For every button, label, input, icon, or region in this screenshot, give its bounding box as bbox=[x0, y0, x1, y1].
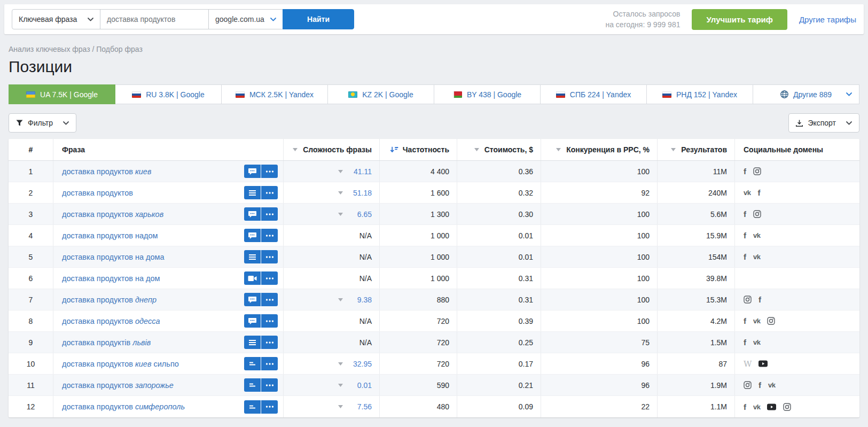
serp-feature-menu-button[interactable] bbox=[244, 250, 261, 263]
difficulty-value[interactable]: 0.01 bbox=[350, 381, 372, 390]
keyword-phrase-link[interactable]: доставка продуктов харьков bbox=[62, 210, 163, 219]
row-menu-button[interactable] bbox=[261, 400, 278, 414]
column-header-ppc[interactable]: Конкуренция в PPC, % bbox=[541, 139, 658, 160]
instagram-icon[interactable] bbox=[783, 403, 791, 411]
youtube-icon[interactable] bbox=[758, 360, 768, 367]
serp-feature-chat-button[interactable] bbox=[244, 293, 261, 306]
difficulty-value[interactable]: 7.56 bbox=[350, 402, 372, 411]
vk-icon[interactable]: vk bbox=[753, 253, 760, 261]
difficulty-expand-icon[interactable] bbox=[338, 191, 343, 195]
row-menu-button[interactable] bbox=[261, 378, 278, 392]
difficulty-value[interactable]: 32.95 bbox=[350, 360, 372, 368]
keyword-phrase-link[interactable]: доставка продуктов киев сильпо bbox=[62, 360, 179, 368]
vk-icon[interactable]: vk bbox=[744, 189, 750, 197]
sort-descending-icon[interactable] bbox=[390, 146, 398, 153]
vk-icon[interactable]: vk bbox=[768, 381, 775, 389]
sort-triangle-icon[interactable] bbox=[671, 148, 676, 151]
keyword-phrase-link[interactable]: доставка продуктов надом bbox=[62, 231, 158, 240]
tab-msk[interactable]: МСК 2.5K | Yandex bbox=[222, 84, 328, 104]
keyword-phrase-link[interactable]: доставка продуктов запорожье bbox=[62, 381, 174, 390]
difficulty-expand-icon[interactable] bbox=[338, 170, 343, 173]
instagram-icon[interactable] bbox=[753, 210, 761, 218]
sort-triangle-icon[interactable] bbox=[556, 148, 561, 151]
serp-feature-video-button[interactable] bbox=[244, 271, 261, 285]
row-menu-button[interactable] bbox=[261, 357, 278, 370]
vk-icon[interactable]: vk bbox=[753, 338, 760, 346]
instagram-icon[interactable] bbox=[767, 317, 775, 325]
serp-feature-menu-button[interactable] bbox=[244, 336, 261, 349]
column-header-difficulty[interactable]: Сложность фразы bbox=[284, 139, 380, 160]
serp-feature-menu-button[interactable] bbox=[244, 186, 261, 199]
keyword-phrase-link[interactable]: доставка продуктов симферополь bbox=[62, 402, 185, 411]
facebook-icon[interactable]: f bbox=[744, 338, 746, 347]
row-menu-button[interactable] bbox=[261, 293, 278, 306]
other-tariffs-link[interactable]: Другие тарифы bbox=[799, 15, 856, 24]
filter-button[interactable]: Фильтр bbox=[9, 113, 76, 133]
youtube-icon[interactable] bbox=[767, 403, 776, 410]
tab-spb[interactable]: СПБ 224 | Yandex bbox=[541, 84, 647, 104]
keyword-phrase-link[interactable]: доставка продуктов на дома bbox=[62, 253, 165, 261]
keyword-phrase-link[interactable]: доставка продуктов днепр bbox=[62, 296, 157, 304]
row-menu-button[interactable] bbox=[261, 229, 278, 242]
difficulty-expand-icon[interactable] bbox=[338, 405, 343, 408]
instagram-icon[interactable] bbox=[744, 296, 752, 304]
row-menu-button[interactable] bbox=[261, 271, 278, 285]
keyword-phrase-link[interactable]: доставка продуктов одесса bbox=[62, 317, 160, 325]
row-menu-button[interactable] bbox=[261, 336, 278, 349]
row-menu-button[interactable] bbox=[261, 165, 278, 178]
keyword-phrase-link[interactable]: доставка продуктов киев bbox=[62, 167, 151, 176]
facebook-icon[interactable]: f bbox=[744, 402, 746, 412]
row-menu-button[interactable] bbox=[261, 186, 278, 199]
row-menu-button[interactable] bbox=[261, 314, 278, 328]
instagram-icon[interactable] bbox=[753, 167, 761, 175]
facebook-icon[interactable]: f bbox=[744, 252, 746, 261]
row-menu-button[interactable] bbox=[261, 250, 278, 263]
search-input[interactable] bbox=[100, 9, 209, 29]
facebook-icon[interactable]: f bbox=[744, 209, 746, 219]
column-header-frequency[interactable]: Частотность bbox=[380, 139, 457, 160]
serp-feature-lines-button[interactable] bbox=[244, 357, 261, 370]
sort-triangle-icon[interactable] bbox=[474, 148, 479, 151]
keyword-type-select[interactable]: Ключевая фраза bbox=[12, 9, 100, 29]
serp-feature-chat-button[interactable] bbox=[244, 229, 261, 242]
difficulty-value[interactable]: 51.18 bbox=[350, 189, 372, 197]
tab-rnd[interactable]: РНД 152 | Yandex bbox=[647, 84, 753, 104]
sort-triangle-icon[interactable] bbox=[293, 148, 298, 151]
difficulty-expand-icon[interactable] bbox=[338, 384, 343, 387]
chevron-down-icon[interactable] bbox=[846, 92, 852, 96]
facebook-icon[interactable]: f bbox=[757, 188, 760, 197]
serp-feature-chat-button[interactable] bbox=[244, 165, 261, 178]
tab-ru[interactable]: RU 3.8K | Google bbox=[115, 84, 222, 104]
serp-feature-chat-button[interactable] bbox=[244, 207, 261, 221]
difficulty-expand-icon[interactable] bbox=[338, 213, 343, 216]
search-button[interactable]: Найти bbox=[283, 9, 354, 29]
search-engine-select[interactable]: google.com.ua bbox=[208, 9, 283, 29]
wikipedia-icon[interactable]: W bbox=[744, 359, 752, 369]
facebook-icon[interactable]: f bbox=[744, 316, 746, 325]
column-header-results[interactable]: Результатов bbox=[658, 139, 735, 160]
keyword-phrase-link[interactable]: доставка продуктов bbox=[62, 189, 133, 197]
keyword-phrase-link[interactable]: доставка продуктов на дом bbox=[62, 274, 160, 283]
difficulty-expand-icon[interactable] bbox=[338, 362, 343, 366]
row-menu-button[interactable] bbox=[261, 207, 278, 221]
serp-feature-lines-button[interactable] bbox=[244, 400, 261, 414]
vk-icon[interactable]: vk bbox=[753, 403, 760, 411]
export-button[interactable]: Экспорт bbox=[788, 113, 859, 133]
keyword-phrase-link[interactable]: доставка продуктів львів bbox=[62, 338, 151, 347]
vk-icon[interactable]: vk bbox=[753, 317, 760, 325]
facebook-icon[interactable]: f bbox=[758, 381, 761, 390]
tab-ua[interactable]: UA 7.5K | Google bbox=[9, 84, 115, 104]
serp-feature-lines-button[interactable] bbox=[244, 378, 261, 392]
tab-kz[interactable]: KZ 2K | Google bbox=[328, 84, 434, 104]
column-header-cost[interactable]: Стоимость, $ bbox=[457, 139, 541, 160]
difficulty-value[interactable]: 9.38 bbox=[350, 296, 372, 304]
difficulty-value[interactable]: 41.11 bbox=[350, 167, 372, 176]
difficulty-expand-icon[interactable] bbox=[338, 298, 343, 301]
facebook-icon[interactable]: f bbox=[744, 167, 746, 176]
instagram-icon[interactable] bbox=[744, 381, 752, 389]
upgrade-plan-button[interactable]: Улучшить тариф bbox=[692, 9, 787, 30]
vk-icon[interactable]: vk bbox=[753, 231, 760, 239]
facebook-icon[interactable]: f bbox=[758, 295, 761, 304]
facebook-icon[interactable]: f bbox=[744, 231, 746, 240]
tab-by[interactable]: BY 438 | Google bbox=[434, 84, 541, 104]
